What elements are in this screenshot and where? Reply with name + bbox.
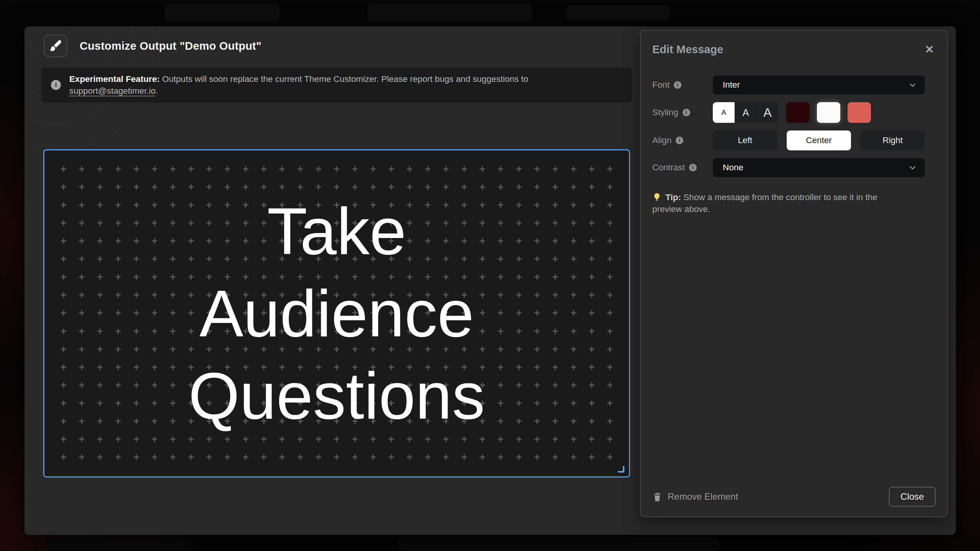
panel-form: Font i Inter Styling i A A A <box>652 75 936 177</box>
output-preview-canvas[interactable]: ++++++++++++++++++++++++++++++++++++++++… <box>43 149 630 478</box>
resize-handle-icon[interactable] <box>618 466 624 473</box>
align-left-button[interactable]: Left <box>713 130 777 150</box>
font-size-medium-button[interactable]: A <box>735 102 756 123</box>
font-select[interactable]: Inter <box>713 75 925 95</box>
notice-bold: Experimental Feature: <box>69 74 160 84</box>
background-decor <box>46 538 191 551</box>
contrast-select-value: None <box>723 163 743 173</box>
message-line: Take <box>267 190 406 272</box>
font-select-value: Inter <box>723 80 740 90</box>
color-swatches <box>786 102 871 123</box>
edit-message-panel: Edit Message ✕ Font i Inter Styling i <box>640 30 948 517</box>
info-icon: i <box>689 164 697 171</box>
modal-title: Customize Output "Demo Output" <box>80 40 261 52</box>
align-right-button[interactable]: Right <box>860 130 925 150</box>
notice-suffix: . <box>155 86 158 96</box>
background-decor <box>567 5 670 21</box>
info-icon: i <box>51 80 61 90</box>
tip-bold: Tip: <box>665 192 681 202</box>
font-label: Font i <box>652 80 713 90</box>
message-line: Audience <box>199 272 474 355</box>
paintbrush-icon <box>49 39 62 53</box>
tip-body: Show a message from the controller to se… <box>652 192 877 214</box>
color-swatch-dark-red[interactable] <box>786 102 810 123</box>
lightbulb-icon <box>652 192 662 202</box>
font-size-segmented-control: A A A <box>713 102 778 123</box>
paintbrush-icon-frame <box>44 34 67 57</box>
font-size-large-button[interactable]: A <box>756 102 778 123</box>
experimental-notice: i Experimental Feature: Outputs will soo… <box>41 67 632 103</box>
support-email-link[interactable]: support@stagetimer.io <box>69 86 155 96</box>
info-icon: i <box>676 137 683 144</box>
close-button[interactable]: Close <box>889 487 936 507</box>
color-swatch-red[interactable] <box>848 102 871 123</box>
font-row: Font i Inter <box>652 75 936 95</box>
align-label: Align i <box>652 135 713 145</box>
contrast-row: Contrast i None <box>652 158 936 177</box>
align-center-button[interactable]: Center <box>787 130 851 150</box>
styling-label: Styling i <box>652 108 713 117</box>
align-button-group: Left Center Right <box>713 130 925 150</box>
background-decor <box>398 537 720 551</box>
modal-header: Customize Output "Demo Output" <box>44 34 261 57</box>
panel-header: Edit Message ✕ <box>652 43 936 56</box>
contrast-label: Contrast i <box>652 163 713 173</box>
info-icon: i <box>674 81 681 89</box>
tip-text: Tip: Show a message from the controller … <box>652 191 902 215</box>
remove-element-label: Remove Element <box>668 491 738 502</box>
color-swatch-white[interactable] <box>817 102 840 123</box>
background-decor <box>165 4 279 21</box>
message-line: Questions <box>188 355 485 437</box>
panel-footer: Remove Element Close <box>652 487 936 507</box>
close-icon[interactable]: ✕ <box>923 44 936 55</box>
styling-row: Styling i A A A <box>652 102 936 123</box>
notice-body: Outputs will soon replace the current Th… <box>162 74 528 84</box>
preview-message[interactable]: TakeAudienceQuestions <box>44 150 629 476</box>
contrast-select[interactable]: None <box>713 158 925 177</box>
chevron-down-icon <box>908 80 917 90</box>
align-row: Align i Left Center Right <box>652 130 936 150</box>
info-icon: i <box>683 109 690 116</box>
chevron-down-icon <box>908 163 917 172</box>
notice-text: Experimental Feature: Outputs will soon … <box>69 73 599 97</box>
trash-icon <box>652 492 662 502</box>
background-decor <box>368 4 532 21</box>
font-size-small-button[interactable]: A <box>713 102 735 123</box>
remove-element-button[interactable]: Remove Element <box>652 491 738 502</box>
panel-title: Edit Message <box>652 43 723 56</box>
